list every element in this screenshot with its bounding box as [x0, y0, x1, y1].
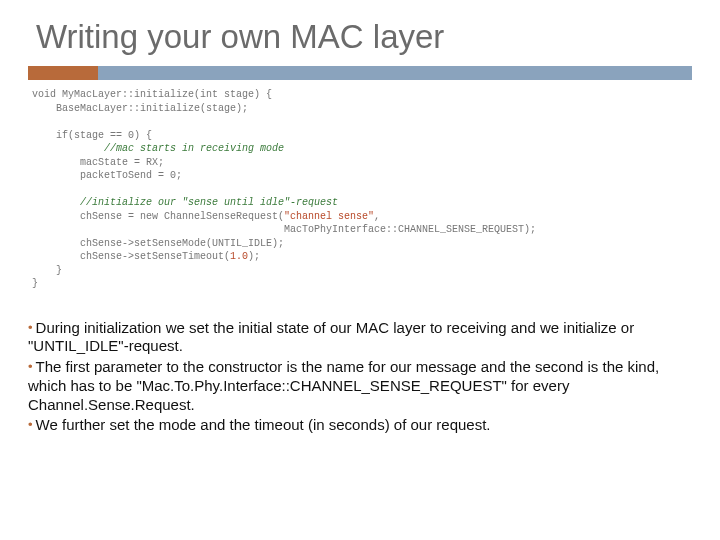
code-line [32, 184, 38, 195]
bullet-icon: • [28, 359, 36, 374]
bullet-text: We further set the mode and the timeout … [36, 416, 491, 433]
code-line: } [32, 265, 62, 276]
bullet-item: •We further set the mode and the timeout… [28, 416, 692, 435]
bullet-text: The first parameter to the constructor i… [28, 358, 659, 413]
code-line: packetToSend = 0; [32, 170, 182, 181]
code-comment: //initialize our "sense until idle"-requ… [32, 197, 338, 208]
code-string: "channel sense" [284, 211, 374, 222]
body-text: •During initialization we set the initia… [28, 319, 692, 436]
bullet-item: •The first parameter to the constructor … [28, 358, 692, 414]
slide: Writing your own MAC layer void MyMacLay… [0, 0, 720, 540]
code-line: ); [248, 251, 260, 262]
code-line: chSense = new ChannelSenseRequest( [32, 211, 284, 222]
title-underline [28, 66, 692, 80]
code-block: void MyMacLayer::initialize(int stage) {… [32, 88, 692, 291]
code-number: 1.0 [230, 251, 248, 262]
code-line: chSense->setSenseMode(UNTIL_IDLE); [32, 238, 284, 249]
code-line: } [32, 278, 38, 289]
bullet-text: During initialization we set the initial… [28, 319, 634, 355]
code-line: chSense->setSenseTimeout( [32, 251, 230, 262]
code-line: , [374, 211, 380, 222]
accent-bar [28, 66, 98, 80]
code-line: if(stage == 0) { [32, 130, 152, 141]
bullet-item: •During initialization we set the initia… [28, 319, 692, 357]
code-line: void MyMacLayer::initialize(int stage) { [32, 89, 272, 100]
bullet-icon: • [28, 320, 36, 335]
code-line: MacToPhyInterface::CHANNEL_SENSE_REQUEST… [32, 224, 536, 235]
rest-bar [98, 66, 692, 80]
bullet-icon: • [28, 417, 36, 432]
code-line [32, 116, 38, 127]
code-line: macState = RX; [32, 157, 164, 168]
page-title: Writing your own MAC layer [36, 18, 692, 56]
code-comment: //mac starts in receiving mode [32, 143, 284, 154]
code-line: BaseMacLayer::initialize(stage); [32, 103, 248, 114]
